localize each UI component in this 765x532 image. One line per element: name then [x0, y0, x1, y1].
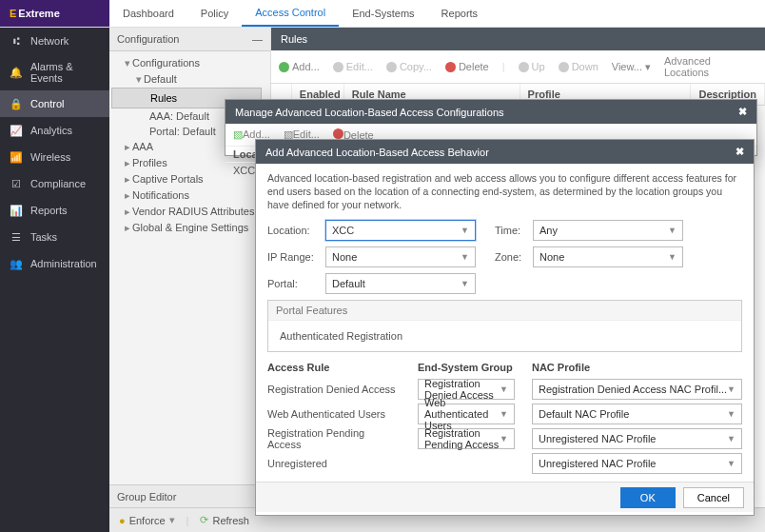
nav-wireless[interactable]: 📶Wireless: [0, 144, 109, 170]
time-field-row: Time: Any▼: [495, 220, 683, 241]
tree-configurations[interactable]: ▾Configurations: [111, 55, 268, 71]
nac-select-0[interactable]: Registration Denied Access NAC Profil...…: [532, 379, 742, 400]
tab-dashboard[interactable]: Dashboard: [109, 0, 187, 27]
time-select[interactable]: Any▼: [533, 220, 683, 241]
esg-select-2[interactable]: Registration Pending Access▼: [418, 428, 515, 449]
tree-vendor-radius[interactable]: ▸Vendor RADIUS Attributes: [111, 204, 268, 220]
enforce-button[interactable]: ●Enforce ▾: [119, 514, 175, 526]
view-button[interactable]: View... ▾: [612, 61, 651, 73]
tab-access-control[interactable]: Access Control: [242, 0, 339, 27]
lock-icon: 🔒: [10, 97, 23, 110]
nav-control[interactable]: 🔒Control: [0, 90, 109, 117]
select-value: Registration Pending Access: [424, 427, 500, 450]
iprange-label: IP Range:: [267, 251, 320, 263]
copy-button[interactable]: Copy...: [386, 61, 432, 72]
tree-notifications[interactable]: ▸Notifications: [111, 187, 268, 204]
end-system-group-column: End-System Group Registration Denied Acc…: [418, 362, 515, 478]
modal1-close-button[interactable]: ✖: [738, 106, 747, 118]
nav-compliance[interactable]: ☑Compliance: [0, 170, 109, 197]
add-icon: [279, 62, 289, 72]
config-header[interactable]: Configuration —: [109, 28, 270, 51]
time-label: Time:: [495, 225, 527, 236]
modal1-title: Manage Advanced Location-Based Access Co…: [235, 107, 504, 118]
config-title: Configuration: [117, 33, 179, 45]
nac-select-3[interactable]: Unregistered NAC Profile▼: [532, 453, 742, 474]
tab-reports[interactable]: Reports: [428, 0, 492, 27]
up-button[interactable]: Up: [519, 61, 545, 72]
chevron-down-icon: ▼: [500, 434, 508, 443]
tree-label: Captive Portals: [132, 173, 204, 185]
select-value: Default: [332, 278, 365, 289]
tree-label: Vendor RADIUS Attributes: [132, 206, 254, 217]
zone-label: Zone:: [495, 251, 527, 263]
portal-features-item: Authenticated Registration: [268, 321, 741, 351]
tb-label: Edit...: [346, 61, 373, 72]
up-icon: [519, 62, 529, 72]
down-icon: [559, 62, 569, 72]
chevron-down-icon: ▾: [169, 514, 175, 526]
select-value: Unregistered NAC Profile: [539, 433, 657, 444]
btn-label: Refresh: [212, 515, 249, 526]
tb-label: Down: [572, 61, 598, 72]
tree-global-engine[interactable]: ▸Global & Engine Settings: [111, 220, 268, 236]
modal2-head[interactable]: Add Advanced Location-Based Access Behav…: [256, 140, 754, 164]
portal-features-box: Portal Features Authenticated Registrati…: [267, 300, 742, 352]
tree-default[interactable]: ▾Default: [111, 71, 268, 88]
access-rule-column: Access Rule Registration Denied Access W…: [267, 362, 401, 478]
location-field-row: Location: XCC▼: [267, 220, 476, 241]
chevron-down-icon: ▼: [668, 226, 677, 235]
nav-admin[interactable]: 👥Administration: [0, 250, 109, 277]
nav-network[interactable]: ⑆Network: [0, 28, 109, 54]
group-editor-panel[interactable]: Group Editor: [109, 484, 270, 508]
main-tabs: Dashboard Policy Access Control End-Syst…: [109, 0, 491, 27]
location-label: Location:: [267, 225, 320, 236]
nav-alarms[interactable]: 🔔Alarms & Events: [0, 54, 109, 90]
nac-profile-column: NAC Profile Registration Denied Access N…: [532, 362, 742, 478]
chevron-down-icon: ▼: [668, 252, 677, 262]
tree-label: AAA: Default: [149, 110, 209, 122]
select-value: Default NAC Profile: [539, 408, 629, 420]
modal2-title: Add Advanced Location-Based Access Behav…: [265, 147, 489, 158]
ok-button[interactable]: OK: [620, 487, 676, 508]
esg-select-1[interactable]: Web Authenticated Users▼: [418, 404, 515, 424]
copy-icon: [386, 62, 397, 72]
edit-button[interactable]: Edit...: [333, 61, 373, 72]
nav-label: Network: [30, 35, 69, 47]
portal-field-row: Portal: Default▼: [267, 273, 476, 294]
iprange-select[interactable]: None▼: [325, 246, 476, 267]
brand-e-icon: E: [10, 8, 16, 19]
modal2-close-button[interactable]: ✖: [736, 146, 744, 158]
nav-tasks[interactable]: ☰Tasks: [0, 224, 109, 250]
delete-button[interactable]: Delete: [445, 61, 489, 72]
tree-label: Rules: [150, 92, 177, 104]
delete-icon: [445, 62, 456, 72]
location-select[interactable]: XCC▼: [325, 220, 476, 241]
collapse-icon[interactable]: —: [252, 33, 263, 45]
nav-analytics[interactable]: 📈Analytics: [0, 117, 109, 144]
tree-label: Notifications: [132, 189, 189, 201]
check-icon: ☑: [10, 177, 23, 190]
portal-select[interactable]: Default▼: [325, 273, 476, 294]
col-header: End-System Group: [418, 362, 515, 373]
down-button[interactable]: Down: [559, 61, 598, 72]
advanced-locations-button[interactable]: Advanced Locations: [664, 55, 757, 78]
nav-reports[interactable]: 📊Reports: [0, 197, 109, 224]
nav-label: Compliance: [30, 178, 86, 189]
refresh-button[interactable]: ⟳Refresh: [200, 514, 249, 526]
nac-select-2[interactable]: Unregistered NAC Profile▼: [532, 428, 742, 449]
chevron-down-icon: ▼: [727, 434, 736, 443]
tab-policy[interactable]: Policy: [187, 0, 242, 27]
add-button[interactable]: Add...: [279, 61, 320, 72]
tb-label: Delete: [459, 61, 489, 72]
left-nav: ⑆Network 🔔Alarms & Events 🔒Control 📈Anal…: [0, 28, 109, 532]
cancel-button[interactable]: Cancel: [683, 487, 744, 508]
modal1-head[interactable]: Manage Advanced Location-Based Access Co…: [226, 100, 756, 124]
nac-select-1[interactable]: Default NAC Profile▼: [532, 404, 742, 424]
bell-icon: 🔔: [10, 66, 23, 79]
tb-label: Up: [532, 61, 545, 72]
zone-select[interactable]: None▼: [533, 246, 683, 267]
tree-label: Profiles: [132, 157, 167, 168]
tree-label: Global & Engine Settings: [132, 222, 248, 233]
tab-end-systems[interactable]: End-Systems: [339, 0, 427, 27]
rule-label: Registration Pending Access: [267, 428, 401, 449]
